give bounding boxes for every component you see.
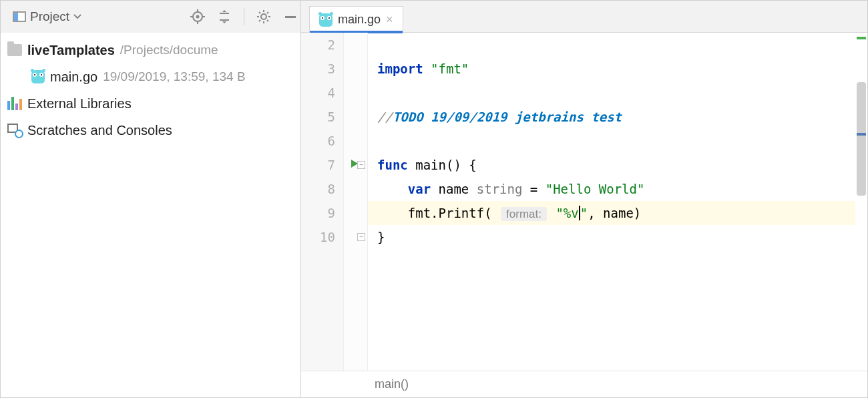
line-number[interactable]: 9 [301, 201, 335, 225]
fold-toggle[interactable]: − [357, 161, 365, 169]
expand-collapse-button[interactable] [214, 7, 234, 27]
gutter-icons[interactable]: − − [344, 33, 368, 371]
hide-button[interactable] [280, 7, 300, 27]
project-label: Project [30, 9, 69, 24]
code-line[interactable]: } [377, 225, 867, 249]
ide-window: Project [0, 0, 868, 398]
code-line[interactable] [377, 33, 867, 57]
code-line[interactable] [377, 81, 867, 105]
line-number[interactable]: 3 [301, 57, 335, 81]
code-line[interactable]: func main() { [377, 153, 867, 177]
main-body: liveTamplates /Projects/docume main.go 1… [1, 33, 867, 397]
tree-root[interactable]: liveTamplates /Projects/docume [1, 37, 300, 63]
editor: 2 3 4 5 6 7 8 9 10 − − [301, 33, 867, 397]
breadcrumb-bar[interactable]: main() [301, 371, 867, 397]
svg-point-1 [196, 15, 200, 19]
toolwindow-icon [13, 11, 26, 22]
svg-rect-3 [285, 16, 296, 18]
file-name: main.go [50, 69, 97, 85]
project-tree[interactable]: liveTamplates /Projects/docume main.go 1… [1, 33, 301, 397]
ext-lib-label: External Libraries [27, 96, 132, 112]
target-icon [190, 9, 205, 24]
editor-scrollbar[interactable] [857, 35, 866, 368]
root-name: liveTamplates [27, 43, 115, 58]
line-number[interactable]: 8 [301, 177, 335, 201]
svg-point-2 [261, 14, 266, 19]
root-path: /Projects/docume [120, 43, 218, 57]
code-content[interactable]: import "fmt" //TODO 19/09/2019 jetbrains… [368, 33, 867, 371]
chevron-down-icon [73, 13, 81, 21]
code-line[interactable]: //TODO 19/09/2019 jetbrains test [377, 105, 867, 129]
scratches-label: Scratches and Consoles [27, 123, 172, 138]
folder-icon [7, 44, 22, 56]
fold-toggle[interactable]: − [357, 233, 365, 241]
line-gutter[interactable]: 2 3 4 5 6 7 8 9 10 [301, 33, 344, 371]
code-line[interactable]: fmt.Printf( format: "%v", name) [377, 201, 867, 225]
tree-external-libraries[interactable]: External Libraries [1, 90, 300, 117]
inspection-marker[interactable] [857, 37, 866, 39]
scroll-thumb[interactable] [857, 82, 866, 196]
tree-scratches[interactable]: Scratches and Consoles [1, 117, 300, 144]
top-bar: Project [1, 1, 867, 33]
code-area[interactable]: 2 3 4 5 6 7 8 9 10 − − [301, 33, 867, 371]
gear-icon [256, 9, 271, 24]
code-line[interactable] [377, 129, 867, 153]
parameter-hint: format: [501, 207, 547, 221]
minimize-icon [284, 10, 297, 23]
tab-label: main.go [338, 13, 381, 27]
line-number[interactable]: 10 [301, 225, 335, 249]
library-icon [7, 97, 22, 110]
line-number[interactable]: 7 [301, 153, 335, 177]
go-file-icon [31, 70, 45, 83]
collapse-icon [218, 10, 231, 23]
code-line[interactable]: import "fmt" [377, 57, 867, 81]
line-number[interactable]: 4 [301, 81, 335, 105]
go-file-icon [319, 13, 333, 27]
editor-tabs: main.go × [301, 1, 867, 33]
file-meta: 19/09/2019, 13:59, 134 B [103, 69, 245, 84]
settings-button[interactable] [254, 7, 274, 27]
line-number[interactable]: 2 [301, 33, 335, 57]
close-tab-button[interactable]: × [386, 13, 393, 27]
line-number[interactable]: 5 [301, 105, 335, 129]
line-number[interactable]: 6 [301, 129, 335, 153]
breadcrumb-item[interactable]: main() [375, 377, 409, 391]
project-toolwindow-button[interactable]: Project [9, 5, 85, 28]
tree-file-main-go[interactable]: main.go 19/09/2019, 13:59, 134 B [1, 63, 300, 90]
code-line[interactable]: var name string = "Hello World" [377, 177, 867, 201]
project-toolbar: Project [1, 1, 301, 33]
file-tab-main-go[interactable]: main.go × [309, 6, 403, 33]
scratches-icon [7, 124, 22, 137]
separator [244, 8, 244, 25]
select-target-button[interactable] [188, 7, 208, 27]
